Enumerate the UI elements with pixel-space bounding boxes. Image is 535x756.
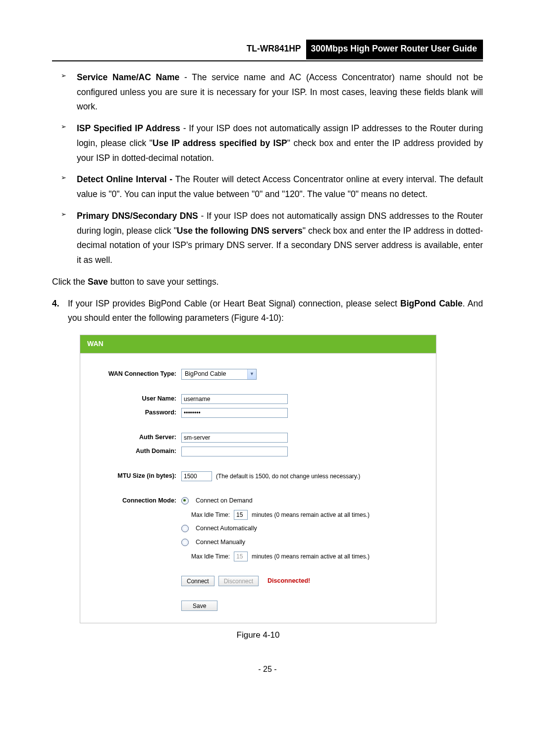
- wan-body: WAN Connection Type: BigPond Cable ▼ Use…: [80, 353, 436, 623]
- page-header: TL-WR841HP300Mbps High Power Router User…: [52, 40, 483, 61]
- label-mtu: MTU Size (in bytes):: [86, 471, 181, 481]
- bullet-item: ISP Specified IP Address - If your ISP d…: [61, 121, 483, 165]
- label-auth-server: Auth Server:: [86, 432, 181, 443]
- conn-type-select[interactable]: BigPond Cable ▼: [181, 369, 257, 380]
- label-mode: Connection Mode:: [86, 496, 181, 506]
- chevron-down-icon: ▼: [247, 369, 256, 379]
- row-mode: Connection Mode: Connect on Demand: [86, 494, 427, 508]
- username-input[interactable]: [181, 394, 288, 404]
- max-idle-label: Max Idle Time:: [191, 552, 230, 561]
- wan-figure: WAN WAN Connection Type: BigPond Cable ▼…: [80, 335, 436, 623]
- max-idle-label: Max Idle Time:: [191, 510, 230, 520]
- radio-auto[interactable]: [181, 525, 189, 532]
- text: Click the: [52, 277, 88, 287]
- auth-server-input[interactable]: [181, 433, 288, 443]
- bullet-heading: Service Name/AC Name: [77, 72, 179, 82]
- idle-time-input-1[interactable]: [234, 510, 248, 520]
- bullet-heading: Primary DNS/Secondary DNS: [77, 211, 198, 221]
- mode-auto: Connect Automatically: [196, 523, 257, 534]
- save-button[interactable]: Save: [181, 601, 217, 611]
- bullet-item: Service Name/AC Name - The service name …: [61, 70, 483, 114]
- row-auth-server: Auth Server:: [86, 431, 427, 445]
- connect-button[interactable]: Connect: [181, 576, 214, 586]
- bullet-heading: ISP Specified IP Address: [77, 123, 180, 133]
- row-mtu: MTU Size (in bytes): (The default is 150…: [86, 469, 427, 483]
- label-username: User Name:: [86, 394, 181, 404]
- model-number: TL-WR841HP: [247, 42, 306, 56]
- bullet-heading: Detect Online Interval -: [77, 174, 175, 184]
- mtu-input[interactable]: [181, 471, 212, 481]
- bullet-bold: Use IP address specified by ISP: [153, 138, 287, 148]
- numbered-item: 4. If your ISP provides BigPond Cable (o…: [52, 297, 483, 326]
- text: button to save your settings.: [108, 277, 219, 287]
- bold: BigPond Cable: [400, 299, 463, 308]
- row-idle1: Max Idle Time: minutes (0 means remain a…: [86, 508, 427, 522]
- mode-on-demand: Connect on Demand: [196, 496, 253, 506]
- row-buttons: Connect Disconnect Disconnected!: [86, 574, 427, 588]
- row-idle2: Max Idle Time: minutes (0 means remain a…: [86, 550, 427, 563]
- mode-manual: Connect Manually: [196, 537, 245, 548]
- minutes-note: minutes (0 means remain active at all ti…: [252, 552, 370, 561]
- mtu-note: (The default is 1500, do not change unle…: [216, 471, 360, 481]
- label-conn-type: WAN Connection Type:: [86, 369, 181, 379]
- password-input[interactable]: [181, 408, 288, 418]
- idle-time-input-2: [234, 552, 248, 561]
- minutes-note: minutes (0 means remain active at all ti…: [252, 510, 370, 520]
- numbered-marker: 4.: [52, 297, 59, 311]
- select-value: BigPond Cable: [182, 369, 247, 379]
- wan-header: WAN: [80, 335, 436, 353]
- row-save: Save: [86, 599, 427, 613]
- figure-container: WAN WAN Connection Type: BigPond Cable ▼…: [80, 335, 436, 643]
- label-auth-domain: Auth Domain:: [86, 446, 181, 456]
- disconnect-button[interactable]: Disconnect: [218, 576, 259, 586]
- save-paragraph: Click the Save button to save your setti…: [52, 275, 483, 290]
- label-password: Password:: [86, 407, 181, 418]
- row-username: User Name:: [86, 392, 427, 406]
- bullet-list: Service Name/AC Name - The service name …: [52, 70, 483, 268]
- document-page: TL-WR841HP300Mbps High Power Router User…: [0, 0, 535, 696]
- save-bold: Save: [88, 277, 108, 287]
- radio-on-demand[interactable]: [181, 497, 189, 504]
- row-password: Password:: [86, 406, 427, 420]
- guide-title: 300Mbps High Power Router User Guide: [306, 40, 483, 59]
- auth-domain-input[interactable]: [181, 447, 288, 456]
- bullet-item: Detect Online Interval - The Router will…: [61, 172, 483, 202]
- page-number: - 25 -: [52, 662, 483, 676]
- bullet-bold: Use the following DNS servers: [177, 226, 303, 236]
- row-conn-type: WAN Connection Type: BigPond Cable ▼: [86, 367, 427, 381]
- radio-manual[interactable]: [181, 539, 189, 546]
- text: If your ISP provides BigPond Cable (or H…: [68, 299, 400, 308]
- bullet-item: Primary DNS/Secondary DNS - If your ISP …: [61, 209, 483, 268]
- row-auto: Connect Automatically: [86, 522, 427, 536]
- row-auth-domain: Auth Domain:: [86, 445, 427, 458]
- row-manual: Connect Manually: [86, 536, 427, 550]
- figure-caption: Figure 4-10: [80, 628, 436, 643]
- connection-status: Disconnected!: [268, 576, 310, 586]
